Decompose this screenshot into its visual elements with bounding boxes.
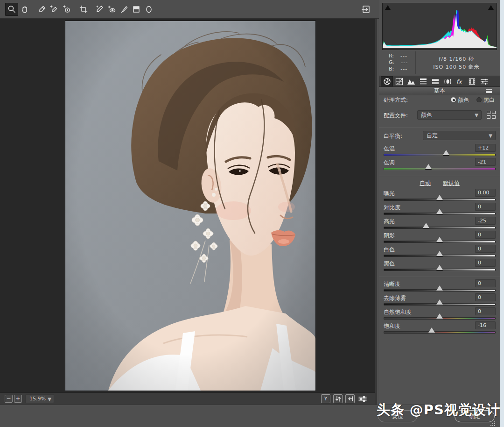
- red-eye-tool[interactable]: [105, 3, 118, 16]
- adjustment-brush-tool[interactable]: [118, 3, 131, 16]
- zoom-in-button[interactable]: +: [14, 395, 22, 403]
- hand-tool[interactable]: [18, 3, 31, 16]
- profile-label: 配置文件:: [384, 112, 408, 120]
- image-canvas[interactable]: [65, 21, 315, 391]
- toggle-fullscreen-button[interactable]: [359, 3, 373, 15]
- slider-thumb[interactable]: [423, 223, 429, 228]
- slider-thumb[interactable]: [436, 265, 443, 270]
- zoom-tool-icon: [7, 5, 16, 14]
- slider-track[interactable]: [384, 199, 496, 201]
- g-label: G:: [389, 59, 394, 66]
- color-sampler-tool-icon: [49, 5, 58, 14]
- tab-presets[interactable]: [478, 76, 490, 86]
- slider-track[interactable]: [384, 303, 496, 306]
- slider-row: 饱和度-16: [384, 322, 496, 336]
- slider-track[interactable]: [384, 317, 496, 320]
- copy-settings-button[interactable]: [345, 394, 355, 403]
- slider-value-input[interactable]: -25: [475, 217, 496, 225]
- zoom-level-select[interactable]: 15.9% ▼: [25, 394, 54, 403]
- slider-value-input[interactable]: -21: [475, 158, 496, 166]
- tab-lens-corrections[interactable]: [441, 76, 454, 86]
- watermark: 头条 @PS视觉设计: [377, 401, 500, 420]
- tab-split-toning[interactable]: [429, 76, 441, 86]
- slider-value-input[interactable]: 0: [475, 259, 496, 267]
- slider-thumb[interactable]: [436, 285, 443, 291]
- panel-header: 基本: [379, 87, 500, 95]
- tab-basic[interactable]: [381, 76, 393, 86]
- slider-row: 自然饱和度0: [384, 308, 496, 322]
- swap-before-after-button[interactable]: [333, 394, 343, 403]
- white-balance-dropdown[interactable]: 自定 ▼: [423, 131, 496, 140]
- slider-track[interactable]: [384, 255, 496, 257]
- tab-tone-curve-icon: [395, 78, 403, 85]
- default-link[interactable]: 默认值: [443, 180, 460, 186]
- tab-tone-curve[interactable]: [393, 76, 405, 86]
- process-label: 处理方式:: [384, 97, 408, 103]
- exposure-info-line1: f/8 1/160 秒: [416, 55, 497, 63]
- slider-row: 色调-21: [384, 159, 496, 173]
- zoom-tool[interactable]: [5, 3, 18, 16]
- tab-detail[interactable]: [405, 76, 417, 86]
- slider-track[interactable]: [384, 289, 496, 292]
- slider-track[interactable]: [384, 227, 496, 229]
- r-value: ---: [400, 53, 407, 59]
- slider-thumb[interactable]: [436, 195, 443, 200]
- slider-track[interactable]: [384, 168, 496, 170]
- spot-removal-tool[interactable]: [93, 3, 106, 16]
- slider-track[interactable]: [384, 241, 496, 243]
- slider-value-input[interactable]: 0.00: [475, 189, 496, 197]
- slider-thumb[interactable]: [436, 209, 443, 214]
- slider-label: 阴影: [384, 232, 395, 240]
- slider-value-input[interactable]: 0: [475, 293, 496, 301]
- tab-lens-corrections-icon: [444, 78, 452, 85]
- slider-thumb[interactable]: [443, 150, 449, 155]
- slider-label: 黑色: [384, 260, 395, 268]
- before-after-view-button[interactable]: Y: [321, 394, 330, 403]
- slider-value-input[interactable]: 0: [475, 307, 496, 315]
- crop-tool[interactable]: [77, 3, 90, 16]
- slider-value-input[interactable]: 0: [475, 279, 496, 287]
- radial-filter-tool[interactable]: [142, 3, 155, 16]
- profile-dropdown[interactable]: 颜色 ▼: [417, 110, 482, 120]
- slider-track[interactable]: [384, 154, 496, 156]
- basic-controls: 处理方式: 颜色 黑白 配置文件: 颜色 ▼ 白平衡: 自定 ▼: [384, 96, 496, 336]
- slider-thumb[interactable]: [436, 251, 443, 256]
- slider-thumb[interactable]: [436, 237, 443, 242]
- slider-value-input[interactable]: 0: [475, 231, 496, 239]
- b-label: B:: [389, 66, 394, 72]
- slider-label: 自然饱和度: [384, 308, 412, 316]
- tab-effects[interactable]: fx: [454, 76, 466, 86]
- slider-value-input[interactable]: +12: [475, 144, 496, 152]
- slider-track[interactable]: [384, 213, 496, 215]
- slider-label: 高光: [384, 218, 395, 226]
- panel-title: 基本: [434, 87, 445, 94]
- profile-browser-icon[interactable]: [487, 111, 496, 119]
- preview-viewport: − + 15.9% ▼ Y: [0, 19, 377, 405]
- auto-link[interactable]: 自动: [420, 180, 431, 186]
- slider-thumb[interactable]: [436, 299, 443, 305]
- slider-value-input[interactable]: -16: [475, 321, 496, 329]
- slider-label: 色温: [384, 145, 395, 153]
- radio-color[interactable]: [451, 97, 456, 102]
- tab-hsl[interactable]: [417, 76, 429, 86]
- targeted-adjustment-tool[interactable]: [60, 3, 73, 16]
- slider-thumb[interactable]: [428, 327, 435, 333]
- histogram[interactable]: [382, 3, 497, 50]
- slider-thumb[interactable]: [425, 164, 432, 169]
- color-sampler-tool[interactable]: [47, 3, 60, 16]
- slider-track[interactable]: [384, 269, 496, 271]
- white-balance-tool[interactable]: [35, 3, 49, 16]
- zoom-out-button[interactable]: −: [5, 395, 13, 403]
- graduated-filter-tool[interactable]: [130, 3, 143, 16]
- panel-menu-icon[interactable]: [486, 89, 492, 93]
- slider-track[interactable]: [384, 331, 496, 334]
- preview-preferences-button[interactable]: [357, 394, 368, 403]
- slider-thumb[interactable]: [436, 313, 443, 319]
- slider-value-input[interactable]: 0: [475, 245, 496, 253]
- slider-value-input[interactable]: 0: [475, 203, 496, 211]
- radio-bw[interactable]: [476, 97, 482, 102]
- red-eye-tool-icon: [107, 5, 116, 14]
- tab-camera-calibration[interactable]: [466, 76, 478, 86]
- r-label: R:: [389, 53, 394, 59]
- adjustment-brush-tool-icon: [119, 5, 129, 14]
